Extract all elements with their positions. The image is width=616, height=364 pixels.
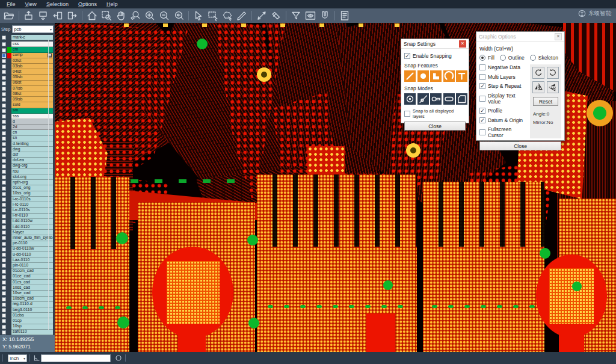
layer-row-i-rr-0110s[interactable]: i-rr-0110s — [0, 208, 55, 213]
snap-feature-text-button[interactable] — [456, 70, 467, 82]
layer-visibility-checkbox[interactable] — [2, 264, 6, 268]
width-radio-skeleton[interactable]: Skeleton — [530, 55, 558, 61]
snap-all-layers-checkbox[interactable]: Snap to all displayed layers — [404, 108, 466, 119]
zoom-out-button[interactable] — [157, 9, 171, 22]
layer-row-mark-c[interactable]: mark-c — [0, 35, 55, 40]
zoom-back-button[interactable] — [171, 9, 186, 22]
layer-visibility-checkbox[interactable] — [2, 187, 6, 191]
open-file-button[interactable] — [2, 9, 16, 22]
layer-row-i-aa-0110[interactable]: i-aa-0110 — [0, 258, 55, 263]
snap-mode-slot-button[interactable] — [443, 93, 455, 105]
layer-row-pin-0110[interactable]: pin-0110 — [0, 263, 55, 268]
snap-feature-line-button[interactable] — [404, 70, 416, 82]
layer-row-dwg-org[interactable]: dwg-org — [0, 164, 55, 169]
layer-visibility-checkbox[interactable] — [2, 87, 6, 91]
layer-visibility-checkbox[interactable] — [2, 275, 6, 279]
snap-mode-key-button[interactable] — [430, 93, 442, 105]
layer-visibility-checkbox[interactable] — [2, 242, 6, 246]
layer-row-f-layer[interactable]: f-layer — [0, 230, 55, 235]
layer-row-01cs_orig[interactable]: 01cs_orig — [0, 185, 55, 191]
layer-row-10ss_orig[interactable]: 10ss_orig — [0, 191, 55, 197]
layer-row-dwg[interactable]: dwg — [0, 147, 55, 152]
home-button[interactable] — [85, 9, 99, 22]
graphic-checkbox-negative-data[interactable]: Negative Data — [479, 64, 528, 70]
reset-button[interactable]: Reset — [533, 97, 558, 106]
refresh-button[interactable] — [114, 354, 123, 362]
layer-visibility-checkbox[interactable] — [2, 159, 6, 163]
layer-row-u-dd-0110[interactable]: u-dd-0110 — [0, 252, 55, 258]
layer-row-slot-org[interactable]: slot-org — [0, 174, 55, 180]
layer-row-05lsb[interactable]: 05lsb — [0, 75, 55, 80]
command-input[interactable] — [41, 354, 111, 362]
snap-mode-contour-button[interactable] — [456, 93, 467, 105]
layer-row-02lst[interactable]: 02lst — [0, 58, 55, 64]
layer-row-10sp[interactable]: 10sp — [0, 324, 55, 330]
layer-row-d-tenting[interactable]: d-tenting — [0, 141, 55, 147]
layer-visibility-checkbox[interactable] — [2, 48, 6, 52]
layer-list-scrollbar[interactable] — [48, 40, 49, 330]
layer-visibility-checkbox[interactable] — [2, 164, 6, 168]
paint-brush-button[interactable] — [235, 9, 249, 22]
layer-row-dxf[interactable]: dxf — [0, 152, 55, 158]
rotate-ccw-button[interactable] — [547, 67, 559, 79]
graphic-checkbox-step-repeat[interactable]: ✓Step & Repeat — [479, 83, 528, 89]
snap-magnet-button[interactable] — [318, 9, 332, 22]
snap-dialog-titlebar[interactable]: Snap Settings × — [401, 39, 469, 49]
poly-select-button[interactable] — [220, 9, 235, 22]
layer-visibility-checkbox[interactable] — [2, 109, 6, 113]
menu-view[interactable]: View — [21, 1, 41, 8]
snap-close-button[interactable]: Close — [404, 122, 466, 131]
layer-visibility-checkbox[interactable] — [2, 208, 6, 212]
layer-visibility-checkbox[interactable] — [2, 203, 6, 207]
snap-mode-center-button[interactable] — [404, 93, 416, 105]
graphic-checkbox-datum-origin[interactable]: ✓Datum & Origin — [479, 117, 528, 123]
snap-feature-arc-button[interactable] — [443, 70, 455, 82]
layer-row-sold[interactable]: sold — [0, 102, 55, 108]
layer-row-cm[interactable]: cm — [0, 47, 55, 52]
layer-row-09lsb[interactable]: 09lsb — [0, 97, 55, 102]
import-down-button[interactable] — [36, 9, 51, 22]
mirror-horizontal-button[interactable] — [532, 81, 544, 93]
layer-row-01ccm_cad[interactable]: 01ccm_cad — [0, 269, 55, 274]
layer-visibility-checkbox[interactable] — [2, 54, 6, 58]
close-icon[interactable]: × — [459, 40, 466, 48]
layer-visibility-checkbox[interactable] — [2, 319, 6, 323]
layer-visibility-checkbox[interactable] — [2, 64, 6, 69]
pan-hand-button[interactable] — [114, 9, 128, 22]
menu-help[interactable]: Help — [102, 1, 122, 8]
layer-visibility-checkbox[interactable] — [2, 286, 6, 290]
graphic-close-button[interactable]: Close — [479, 141, 561, 150]
menu-file[interactable]: File — [2, 1, 20, 8]
layer-row-01cs_cad[interactable]: 01cs_cad — [0, 280, 55, 285]
layer-visibility-checkbox[interactable] — [2, 330, 6, 335]
layer-visibility-checkbox[interactable] — [2, 137, 6, 141]
export-up-button[interactable] — [22, 9, 36, 22]
graphic-checkbox-fullscreen-cursor[interactable]: Fullscreen Cursor — [479, 126, 528, 138]
layer-visibility-checkbox[interactable] — [2, 308, 6, 312]
layer-row-03lsb[interactable]: 03lsb — [0, 64, 55, 69]
layer-row-sss[interactable]: sss — [0, 114, 55, 119]
arrow-right-box-button[interactable] — [65, 9, 79, 22]
layer-row-i-rc-0110[interactable]: i-rc-0110 — [0, 202, 55, 208]
layer-visibility-checkbox[interactable] — [2, 97, 6, 102]
snap-feature-corner-button[interactable] — [430, 70, 442, 82]
view-options-button[interactable] — [303, 9, 318, 22]
layer-row-01ce_cad[interactable]: 01ce_cad — [0, 274, 55, 280]
layer-visibility-checkbox[interactable] — [2, 280, 6, 285]
rotate-cw-button[interactable] — [532, 67, 544, 79]
layer-visibility-checkbox[interactable] — [2, 291, 6, 295]
layer-visibility-checkbox[interactable] — [2, 120, 6, 124]
layer-row-rou[interactable]: rou — [0, 169, 55, 174]
layer-visibility-checkbox[interactable] — [2, 247, 6, 251]
mirror-vertical-button[interactable] — [547, 81, 559, 93]
layer-visibility-checkbox[interactable] — [2, 313, 6, 318]
layer-visibility-checkbox[interactable] — [2, 270, 6, 274]
zoom-in-button[interactable] — [143, 9, 157, 22]
layer-visibility-checkbox[interactable] — [2, 125, 6, 129]
layer-row-sn[interactable]: sn — [0, 136, 55, 141]
layer-row-i-dd-0110[interactable]: i-dd-0110 — [0, 224, 55, 230]
snap-feature-pad-button[interactable] — [417, 70, 429, 82]
layer-row-u-dd-0110w[interactable]: u-dd-0110w — [0, 247, 55, 252]
layer-visibility-checkbox[interactable] — [2, 42, 6, 46]
layer-visibility-checkbox[interactable] — [2, 153, 6, 157]
